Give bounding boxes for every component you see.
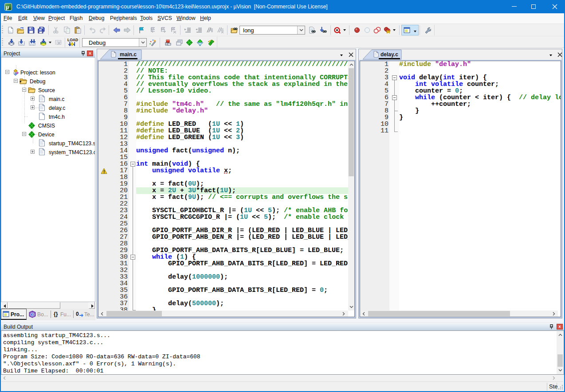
svg-text:*: *: [20, 80, 22, 85]
svg-text:?: ?: [31, 313, 34, 317]
